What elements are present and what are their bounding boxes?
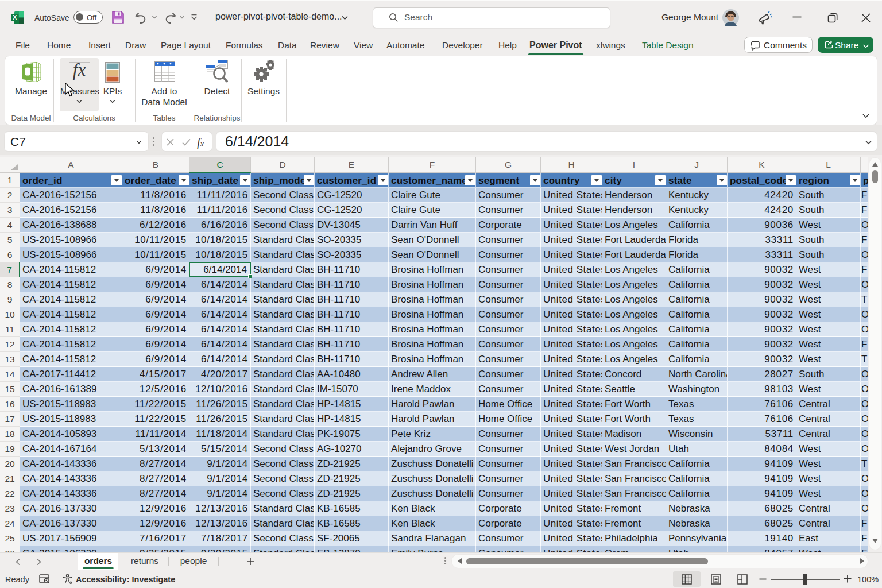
svg-text:X: X (13, 14, 17, 21)
